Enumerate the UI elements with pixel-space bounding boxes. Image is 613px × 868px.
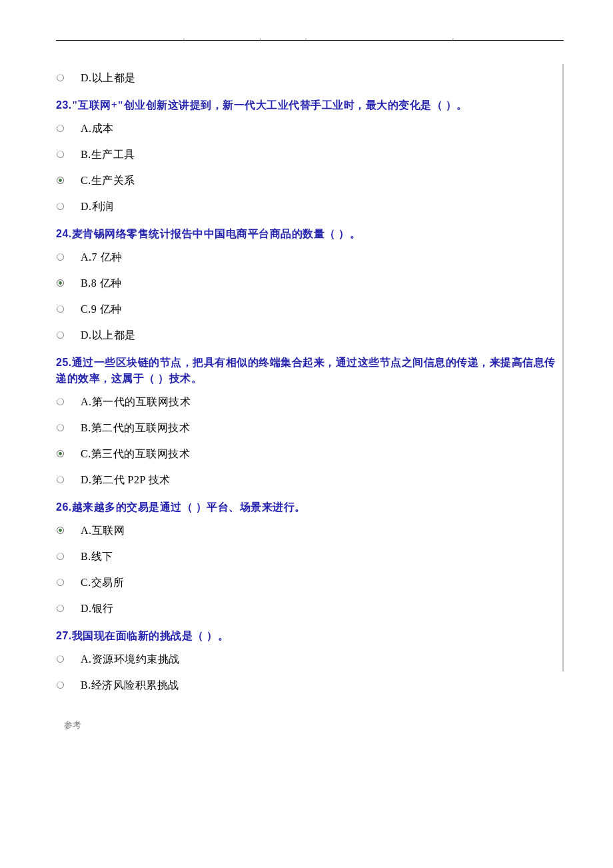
option-row: A.7 亿种 — [56, 251, 564, 265]
option-label: A.成本 — [81, 122, 114, 136]
question-text: 26.越来越多的交易是通过（ ）平台、场景来进行。 — [56, 499, 564, 516]
option-label: D.第二代 P2P 技术 — [81, 473, 171, 487]
svg-point-14 — [59, 452, 62, 455]
option-label: D.以上都是 — [81, 71, 136, 85]
dot: · — [183, 34, 185, 43]
option-row: A.互联网 — [56, 524, 564, 538]
option-row: B.第二代的互联网技术 — [56, 421, 564, 435]
question-text: 23."互联网+"创业创新这讲提到，新一代大工业代替手工业时，最大的变化是（ ）… — [56, 97, 564, 114]
radio-unchecked-icon[interactable] — [56, 150, 65, 159]
dot: · — [305, 34, 306, 43]
radio-unchecked-icon[interactable] — [56, 681, 65, 689]
option-label: C.9 亿种 — [81, 303, 122, 317]
option-row: D.第二代 P2P 技术 — [56, 473, 564, 487]
content-area: D.以上都是 23."互联网+"创业创新这讲提到，新一代大工业代替手工业时，最大… — [56, 46, 564, 693]
dot: · — [452, 34, 454, 43]
page: · · · · D.以上都是 23."互联网+"创业创新这讲提到，新一代大工业代… — [0, 0, 613, 751]
option-row: D.利润 — [56, 200, 564, 214]
option-row: B.生产工具 — [56, 148, 564, 162]
svg-point-17 — [59, 529, 62, 532]
header-rule: · · · · — [56, 40, 564, 41]
option-label: D.银行 — [81, 602, 114, 616]
option-row: B.经济风险积累挑战 — [56, 679, 564, 693]
option-row: B.线下 — [56, 550, 564, 564]
option-label: C.交易所 — [81, 576, 124, 590]
radio-unchecked-icon[interactable] — [56, 655, 65, 663]
option-label: B.经济风险积累挑战 — [81, 679, 179, 693]
option-label: B.第二代的互联网技术 — [81, 421, 190, 435]
svg-point-8 — [59, 281, 62, 285]
option-row: C.生产关系 — [56, 174, 564, 188]
question-text: 25.通过一些区块链的节点，把具有相似的终端集合起来，通过这些节点之间信息的传递… — [56, 355, 564, 388]
option-row: C.交易所 — [56, 576, 564, 590]
radio-unchecked-icon[interactable] — [56, 253, 65, 261]
option-label: C.生产关系 — [81, 174, 135, 188]
option-label: D.以上都是 — [81, 329, 136, 343]
radio-checked-icon[interactable] — [56, 526, 65, 535]
question-text: 24.麦肯锡网络零售统计报告中中国电商平台商品的数量（ ）。 — [56, 226, 564, 243]
option-label: D.利润 — [81, 200, 114, 214]
radio-unchecked-icon[interactable] — [56, 305, 65, 313]
radio-unchecked-icon[interactable] — [56, 73, 65, 82]
footer-text: 参考 — [56, 719, 564, 731]
option-label: A.7 亿种 — [81, 251, 123, 265]
option-row: D.以上都是 — [56, 71, 564, 85]
option-label: A.互联网 — [81, 524, 125, 538]
option-row: A.资源环境约束挑战 — [56, 653, 564, 667]
scrollbar-track[interactable] — [562, 64, 564, 671]
dot: · — [259, 34, 261, 43]
radio-unchecked-icon[interactable] — [56, 552, 65, 561]
radio-unchecked-icon[interactable] — [56, 475, 65, 484]
option-row: D.银行 — [56, 602, 564, 616]
radio-unchecked-icon[interactable] — [56, 423, 65, 432]
option-row: A.第一代的互联网技术 — [56, 395, 564, 409]
option-label: B.8 亿种 — [81, 277, 122, 291]
option-label: C.第三代的互联网技术 — [81, 447, 190, 461]
option-row: A.成本 — [56, 122, 564, 136]
option-row: D.以上都是 — [56, 329, 564, 343]
radio-checked-icon[interactable] — [56, 176, 65, 185]
radio-unchecked-icon[interactable] — [56, 202, 65, 211]
radio-unchecked-icon[interactable] — [56, 604, 65, 613]
radio-checked-icon[interactable] — [56, 279, 65, 287]
radio-checked-icon[interactable] — [56, 449, 65, 458]
svg-point-4 — [59, 179, 62, 182]
option-row: C.第三代的互联网技术 — [56, 447, 564, 461]
option-label: A.第一代的互联网技术 — [81, 395, 191, 409]
radio-unchecked-icon[interactable] — [56, 578, 65, 587]
option-label: B.线下 — [81, 550, 113, 564]
option-label: B.生产工具 — [81, 148, 135, 162]
radio-unchecked-icon[interactable] — [56, 331, 65, 339]
radio-unchecked-icon[interactable] — [56, 397, 65, 406]
option-label: A.资源环境约束挑战 — [81, 653, 180, 667]
option-row: C.9 亿种 — [56, 303, 564, 317]
option-row: B.8 亿种 — [56, 277, 564, 291]
question-text: 27.我国现在面临新的挑战是（ ）。 — [56, 628, 564, 645]
radio-unchecked-icon[interactable] — [56, 124, 65, 133]
